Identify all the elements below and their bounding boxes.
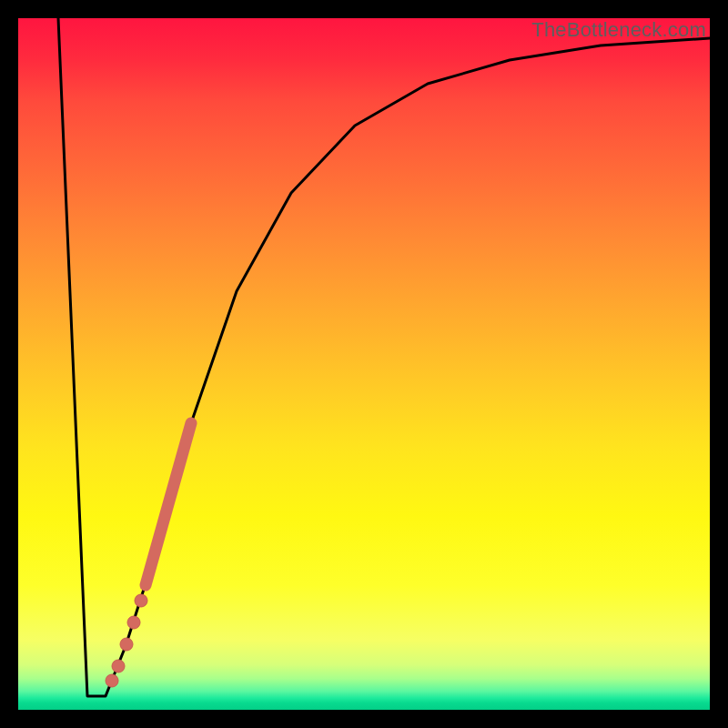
chart-svg — [18, 18, 710, 710]
data-dot — [106, 674, 118, 687]
bottleneck-curve — [58, 18, 710, 696]
data-dot — [112, 660, 125, 672]
highlighted-segment — [146, 423, 191, 585]
data-dot — [120, 638, 133, 651]
data-dot — [135, 594, 147, 607]
data-dot — [127, 616, 140, 629]
plot-area: TheBottleneck.com — [18, 18, 710, 710]
chart-frame: TheBottleneck.com — [0, 0, 728, 728]
